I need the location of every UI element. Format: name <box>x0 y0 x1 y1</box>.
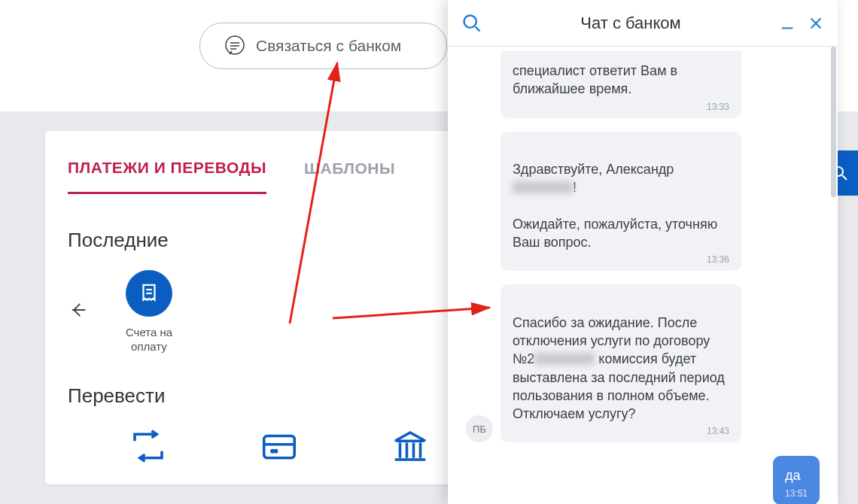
invoice-icon <box>126 270 172 317</box>
contact-bank-label: Связаться с банком <box>256 37 401 55</box>
tab-templates[interactable]: ШАБЛОНЫ <box>304 159 395 193</box>
message-text: Спасибо за ожидание. После отключения ус… <box>513 295 729 423</box>
operator-avatar: ПБ <box>466 415 493 442</box>
chat-message: Здравствуйте, Александр ! Ожидайте, пожа… <box>466 132 820 272</box>
message-text: Здравствуйте, Александр ! Ожидайте, пожа… <box>513 142 729 252</box>
chat-title: Чат с банком <box>494 14 767 33</box>
chat-message: ПБ Спасибо за ожидание. После отключения… <box>466 284 820 442</box>
message-time: 13:36 <box>513 254 729 265</box>
chat-scrollbar[interactable] <box>830 47 836 504</box>
svg-point-8 <box>272 450 273 451</box>
redacted-text <box>513 181 573 193</box>
svg-point-0 <box>226 36 244 54</box>
chat-icon <box>223 34 247 58</box>
contact-bank-button[interactable]: Связаться с банком <box>199 23 447 69</box>
svg-point-18 <box>464 15 476 27</box>
message-text: да <box>785 466 808 484</box>
chat-search-icon[interactable] <box>461 13 482 34</box>
chat-body[interactable]: специалист ответит Вам в ближайшее время… <box>448 47 838 504</box>
message-time: 13:51 <box>785 488 808 499</box>
chat-header: Чат с банком <box>448 0 838 47</box>
tile-invoices-label: Счета на оплату <box>126 326 172 354</box>
chat-panel: Чат с банком специалист ответит Вам в бл… <box>448 0 838 504</box>
message-time: 13:33 <box>513 102 729 112</box>
message-time: 13:43 <box>513 426 729 436</box>
svg-line-19 <box>476 26 480 31</box>
redacted-text <box>534 353 595 365</box>
transfer-between-icon[interactable] <box>128 426 169 466</box>
tab-payments[interactable]: ПЛАТЕЖИ И ПЕРЕВОДЫ <box>68 159 266 194</box>
svg-point-9 <box>275 450 276 451</box>
svg-line-17 <box>842 175 847 180</box>
close-icon[interactable] <box>808 15 824 32</box>
tile-invoices[interactable]: Счета на оплату <box>111 270 187 354</box>
scroll-left-button[interactable] <box>68 299 89 325</box>
transfer-bank-icon[interactable] <box>390 426 431 466</box>
minimize-icon[interactable] <box>779 15 796 32</box>
svg-rect-6 <box>264 436 295 457</box>
transfer-card-icon[interactable] <box>259 426 300 466</box>
chat-message: да 13:51 <box>466 456 820 504</box>
message-text: специалист ответит Вам в ближайшее время… <box>513 62 729 99</box>
chat-message: специалист ответит Вам в ближайшее время… <box>466 51 820 118</box>
